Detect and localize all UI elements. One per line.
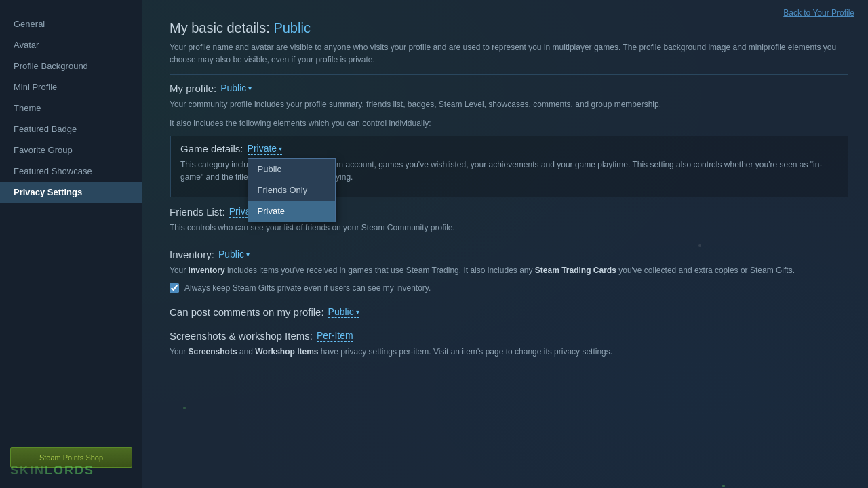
inventory-checkbox-row: Always keep Steam Gifts private even if … [170,283,848,293]
game-details-row: Game details: Private ▾ Public Friends O… [180,143,838,155]
comments-value: Public [328,306,354,317]
basic-details-status: Public [273,20,310,35]
screenshots-desc-part1: Your [170,347,186,357]
inventory-desc-part3: you've collected and extra copies or Ste… [618,266,795,275]
my-profile-also-text: It also includes the following elements … [170,117,848,129]
comments-row: Can post comments on my profile: Public … [170,306,848,318]
screenshots-desc-bold2: Workshop Items [255,347,318,357]
game-details-dropdown-trigger[interactable]: Private ▾ [248,143,283,155]
comments-dropdown-trigger[interactable]: Public ▾ [328,306,359,318]
inventory-value: Public [218,249,244,260]
friends-list-desc: This controls who can see your list of f… [170,222,848,234]
inventory-label: Inventory: [170,249,214,260]
sidebar-item-general[interactable]: General [0,14,142,35]
sidebar-item-profile-background[interactable]: Profile Background [0,56,142,77]
page-wrapper: General Avatar Profile Background Mini P… [0,0,868,488]
basic-details-title: My basic details: Public [170,20,848,36]
comments-caret-icon: ▾ [356,308,359,316]
my-profile-caret-icon: ▾ [248,85,252,92]
inventory-desc-bold2: Steam Trading Cards [535,266,616,275]
inventory-row: Inventory: Public ▾ [170,249,848,260]
watermark-text-highlight: LORDS [45,464,94,477]
screenshots-row: Screenshots & workshop Items: Per-Item [170,330,848,342]
sidebar-item-mini-profile[interactable]: Mini Profile [0,77,142,98]
my-profile-dropdown-trigger[interactable]: Public ▾ [220,83,252,94]
inventory-checkbox[interactable] [170,283,179,293]
sidebar-item-avatar[interactable]: Avatar [0,35,142,56]
my-profile-row: My profile: Public ▾ [170,83,848,94]
inventory-desc-part2: includes items you've received in games … [227,266,533,275]
inventory-section: Inventory: Public ▾ Your inventory inclu… [170,245,848,302]
screenshots-desc-part2: and [239,347,253,357]
screenshots-label: Screenshots & workshop Items: [170,330,313,342]
game-details-option-friends-only[interactable]: Friends Only [248,180,335,201]
game-details-value: Private [248,143,277,154]
game-details-dropdown-container: Private ▾ Public Friends Only Private [248,143,283,155]
inventory-checkbox-label: Always keep Steam Gifts private even if … [184,283,431,293]
game-details-section: Game details: Private ▾ Public Friends O… [170,136,848,197]
sidebar-item-favorite-group[interactable]: Favorite Group [0,140,142,161]
main-content: Back to Your Profile My basic details: P… [142,0,868,488]
game-details-label: Game details: [180,143,243,155]
screenshots-section: Screenshots & workshop Items: Per-Item Y… [170,326,848,369]
back-to-profile-link[interactable]: Back to Your Profile [783,8,854,18]
game-details-option-private[interactable]: Private [248,201,335,222]
basic-details-desc: Your profile name and avatar are visible… [170,41,848,66]
game-details-option-public[interactable]: Public [248,159,335,180]
comments-section: Can post comments on my profile: Public … [170,302,848,326]
separator-1 [170,74,848,75]
comments-label: Can post comments on my profile: [170,306,324,318]
watermark: SKINLORDS [10,464,94,478]
friends-list-label: Friends List: [170,206,225,218]
my-profile-value: Public [220,83,246,94]
sidebar-item-featured-showcase[interactable]: Featured Showcase [0,161,142,182]
my-profile-desc: Your community profile includes your pro… [170,98,848,110]
inventory-desc-part1: Your [170,266,186,275]
screenshots-desc-part3: have privacy settings per-item. Visit an… [321,347,612,357]
game-details-dropdown-menu: Public Friends Only Private [248,158,336,222]
inventory-desc-bold1: inventory [189,266,225,275]
screenshots-desc: Your Screenshots and Workshop Items have… [170,346,848,358]
basic-details-label: My basic details: [170,20,270,35]
inventory-dropdown-trigger[interactable]: Public ▾ [218,249,250,260]
inventory-desc: Your inventory includes items you've rec… [170,264,848,277]
game-details-caret-icon: ▾ [279,145,282,152]
sidebar-item-privacy-settings[interactable]: Privacy Settings [0,182,142,203]
my-profile-label: My profile: [170,83,216,94]
screenshots-value: Per-Item [317,330,353,341]
sidebar-item-theme[interactable]: Theme [0,98,142,119]
screenshots-desc-bold1: Screenshots [189,347,237,357]
screenshots-dropdown-trigger[interactable]: Per-Item [317,330,353,342]
sidebar-item-featured-badge[interactable]: Featured Badge [0,119,142,140]
inventory-caret-icon: ▾ [246,251,250,258]
sidebar: General Avatar Profile Background Mini P… [0,0,142,488]
watermark-text-normal: SKIN [10,464,45,477]
